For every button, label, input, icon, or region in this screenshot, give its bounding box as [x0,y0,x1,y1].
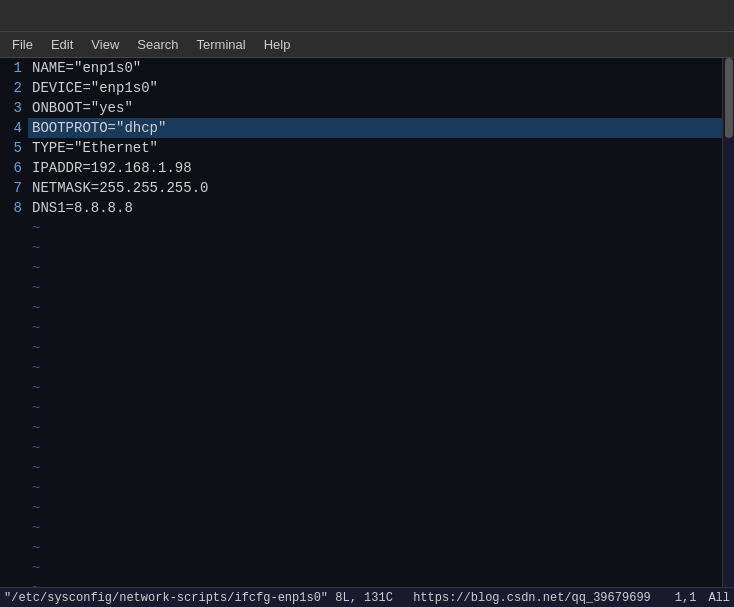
status-bar: "/etc/sysconfig/network-scripts/ifcfg-en… [0,587,734,607]
tilde-line-number [0,438,22,458]
scrollbar-thumb[interactable] [725,58,733,138]
line-number: 4 [0,118,22,138]
tilde-line-number [0,518,22,538]
code-line: IPADDR=192.168.1.98 [28,158,722,178]
tilde-line: ~ [28,358,722,378]
tilde-line: ~ [28,558,722,578]
menu-item-help[interactable]: Help [256,35,299,54]
code-line: DEVICE="enp1s0" [28,78,722,98]
tilde-line-number [0,338,22,358]
window-controls [656,5,730,27]
status-url: https://blog.csdn.net/qq_39679699 [413,591,651,605]
tilde-line: ~ [28,218,722,238]
menu-item-view[interactable]: View [83,35,127,54]
editor-area: 12345678 NAME="enp1s0"DEVICE="enp1s0"ONB… [0,58,734,587]
tilde-line: ~ [28,498,722,518]
code-line: ONBOOT="yes" [28,98,722,118]
code-line: BOOTPROTO="dhcp" [28,118,722,138]
scrollbar[interactable] [722,58,734,587]
tilde-line-number [0,538,22,558]
menu-item-search[interactable]: Search [129,35,186,54]
line-number: 8 [0,198,22,218]
code-line: NETMASK=255.255.255.0 [28,178,722,198]
tilde-line-number [0,418,22,438]
line-numbers: 12345678 [0,58,28,587]
code-line: DNS1=8.8.8.8 [28,198,722,218]
line-number: 3 [0,98,22,118]
tilde-line: ~ [28,238,722,258]
line-number: 6 [0,158,22,178]
tilde-line: ~ [28,518,722,538]
tilde-line-number [0,478,22,498]
code-line: TYPE="Ethernet" [28,138,722,158]
status-position: 1,1 [675,591,697,605]
title-bar [0,0,734,32]
tilde-line-number [0,278,22,298]
tilde-line: ~ [28,438,722,458]
menu-item-edit[interactable]: Edit [43,35,81,54]
line-number: 2 [0,78,22,98]
tilde-line-number [0,358,22,378]
editor-content: 12345678 NAME="enp1s0"DEVICE="enp1s0"ONB… [0,58,722,587]
tilde-line: ~ [28,398,722,418]
tilde-line: ~ [28,418,722,438]
tilde-line: ~ [28,378,722,398]
tilde-line-number [0,558,22,578]
tilde-line-number [0,218,22,238]
line-number: 1 [0,58,22,78]
tilde-line: ~ [28,538,722,558]
tilde-line-number [0,498,22,518]
tilde-line: ~ [28,478,722,498]
code-line: NAME="enp1s0" [28,58,722,78]
status-filepath: "/etc/sysconfig/network-scripts/ifcfg-en… [4,591,413,605]
tilde-line: ~ [28,318,722,338]
tilde-line-number [0,378,22,398]
tilde-line: ~ [28,278,722,298]
tilde-line-number [0,458,22,478]
line-number: 7 [0,178,22,198]
menu-item-terminal[interactable]: Terminal [189,35,254,54]
code-area[interactable]: NAME="enp1s0"DEVICE="enp1s0"ONBOOT="yes"… [28,58,722,587]
tilde-line: ~ [28,298,722,318]
tilde-line: ~ [28,258,722,278]
menu-bar: FileEditViewSearchTerminalHelp [0,32,734,58]
status-mode: All [708,591,730,605]
minimize-button[interactable] [656,5,678,27]
tilde-line: ~ [28,338,722,358]
close-button[interactable] [708,5,730,27]
menu-item-file[interactable]: File [4,35,41,54]
tilde-line-number [0,238,22,258]
tilde-line-number [0,258,22,278]
maximize-button[interactable] [682,5,704,27]
tilde-line: ~ [28,578,722,587]
lines-wrapper: 12345678 NAME="enp1s0"DEVICE="enp1s0"ONB… [0,58,722,587]
tilde-line-number [0,318,22,338]
tilde-line-number [0,298,22,318]
status-right: https://blog.csdn.net/qq_39679699 1,1 Al… [413,591,730,605]
tilde-line-number [0,578,22,587]
tilde-line: ~ [28,458,722,478]
tilde-line-number [0,398,22,418]
line-number: 5 [0,138,22,158]
